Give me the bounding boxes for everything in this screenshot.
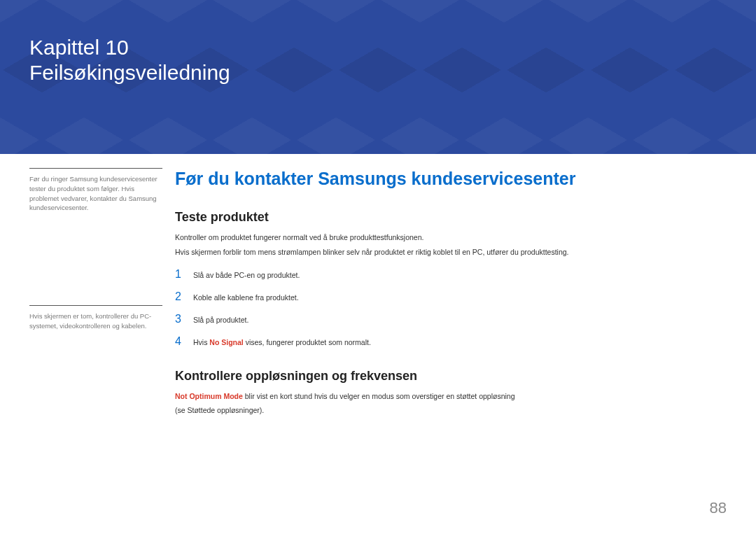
step-text: Slå på produktet. <box>193 315 248 325</box>
step-number: 3 <box>175 313 193 325</box>
paragraph: Not Optimum Mode blir vist en kort stund… <box>175 391 727 402</box>
step-number: 1 <box>175 268 193 281</box>
bold-term: Not Optimum Mode <box>175 392 243 400</box>
chapter-header: Kapittel 10 Feilsøkingsveiledning <box>0 0 756 154</box>
page-title: Før du kontakter Samsungs kundeservicese… <box>175 168 727 189</box>
paragraph: Hvis skjermen forblir tom mens strømlamp… <box>175 246 727 258</box>
steps-list: 1 Slå av både PC-en og produktet. 2 Kobl… <box>175 268 727 348</box>
sidebar: Før du ringer Samsung kundeservicesenter… <box>29 168 175 419</box>
section-heading: Teste produktet <box>175 210 727 225</box>
step-bold-term: No Signal <box>209 338 243 346</box>
step-text: Slå av både PC-en og produktet. <box>193 270 300 281</box>
paragraph-rest: blir vist en kort stund hvis du velger e… <box>243 392 515 400</box>
step-item: 1 Slå av både PC-en og produktet. <box>175 268 727 281</box>
side-note-text: Før du ringer Samsung kundeservicesenter… <box>29 174 162 213</box>
section-test-product: Teste produktet Kontroller om produktet … <box>175 210 727 348</box>
step-item: 2 Koble alle kablene fra produktet. <box>175 290 727 303</box>
side-note-2: Hvis skjermen er tom, kontrollerer du PC… <box>29 305 162 331</box>
side-note-text: Hvis skjermen er tom, kontrollerer du PC… <box>29 311 162 331</box>
page-number: 88 <box>710 499 727 517</box>
side-note-1: Før du ringer Samsung kundeservicesenter… <box>29 168 162 213</box>
step-number: 2 <box>175 290 193 303</box>
paragraph: Kontroller om produktet fungerer normalt… <box>175 232 727 244</box>
section-heading: Kontrollere oppløsningen og frekvensen <box>175 369 727 384</box>
chapter-label: Kapittel 10 <box>29 35 727 60</box>
step-item: 3 Slå på produktet. <box>175 313 727 325</box>
step-text-pre: Hvis <box>193 338 209 346</box>
step-number: 4 <box>175 335 193 348</box>
step-text: Koble alle kablene fra produktet. <box>193 293 299 303</box>
paragraph: (se Støttede oppløsninger). <box>175 405 727 416</box>
main-column: Før du kontakter Samsungs kundeservicese… <box>175 168 727 419</box>
step-text: Hvis No Signal vises, fungerer produktet… <box>193 337 371 348</box>
content-area: Før du ringer Samsung kundeservicesenter… <box>0 154 756 419</box>
step-text-post: vises, fungerer produktet som normalt. <box>244 338 371 346</box>
step-item: 4 Hvis No Signal vises, fungerer produkt… <box>175 335 727 348</box>
chapter-title: Feilsøkingsveiledning <box>29 60 727 85</box>
section-resolution-frequency: Kontrollere oppløsningen og frekvensen N… <box>175 369 727 417</box>
